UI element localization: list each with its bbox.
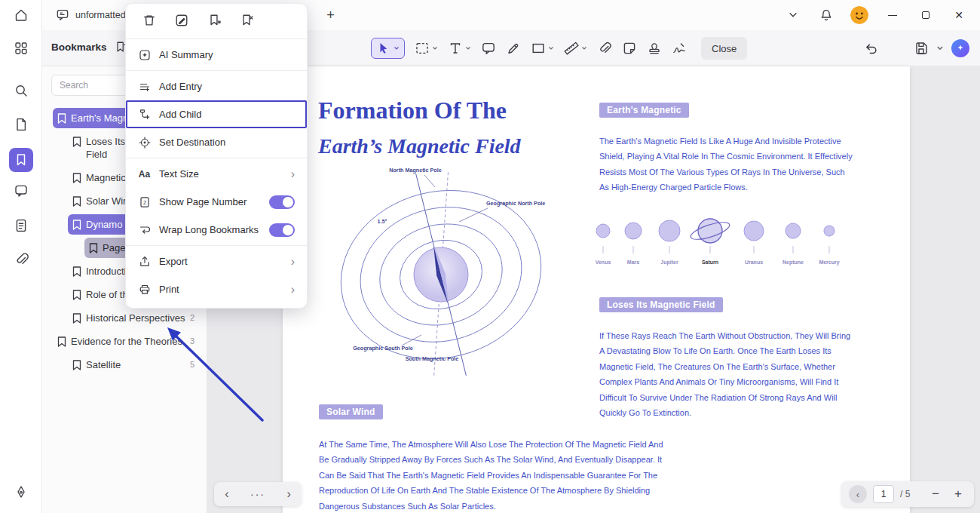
bookmark-item[interactable]: Evidence for the Theories 3 [53, 331, 199, 352]
sparkle-icon [956, 44, 965, 53]
signature-tool[interactable] [672, 41, 687, 56]
bookmark-icon [72, 196, 81, 207]
chevron-down-icon [465, 45, 471, 51]
set-destination-icon [138, 137, 151, 149]
planet-label: Venus [596, 260, 611, 265]
home-icon[interactable] [14, 8, 29, 23]
apps-grid-icon[interactable] [14, 41, 29, 56]
select-tool[interactable] [371, 38, 405, 59]
trash-icon [142, 14, 156, 27]
next-page-icon[interactable]: › [286, 488, 290, 500]
page-back-button[interactable]: ‹ [849, 485, 867, 503]
zoom-out-button[interactable]: − [927, 487, 944, 502]
bookmark-item[interactable]: Historical Perspectives 2 [68, 308, 199, 328]
menu-item-ai-summary[interactable]: AI Summary [126, 41, 307, 69]
paragraph-loses-field: If These Rays Reach The Earth Without Ob… [599, 328, 851, 420]
undo-icon[interactable] [864, 41, 879, 56]
chevron-down-icon [394, 45, 400, 51]
shape-tool[interactable] [531, 41, 554, 56]
tool-strip: Close [371, 30, 747, 66]
zoom-in-button[interactable]: + [950, 487, 966, 502]
more-pages-icon[interactable]: ··· [250, 488, 265, 500]
menu-divider [126, 38, 307, 39]
bookmark-icon [57, 113, 66, 124]
maximize-button[interactable] [917, 6, 935, 24]
chevron-down-icon [432, 45, 438, 51]
comment-tool[interactable] [481, 41, 496, 56]
delete-bookmark-button[interactable] [142, 14, 156, 27]
left-icon-rail [0, 0, 42, 513]
user-avatar[interactable] [850, 6, 868, 24]
bookmarks-panel-button[interactable] [9, 148, 33, 172]
bookmark-icon [72, 137, 81, 147]
diagram-label-north-magnetic: North Magnetic Pole [389, 167, 442, 174]
page-thumbnails-icon[interactable] [14, 117, 29, 132]
menu-item-text-size[interactable]: Aa Text Size › [126, 160, 307, 188]
show-page-number-toggle[interactable] [269, 195, 295, 209]
text-size-icon: Aa [138, 169, 151, 180]
summary-notes-icon[interactable] [14, 218, 29, 233]
remove-bookmark-button[interactable] [240, 14, 253, 27]
menu-item-export[interactable]: Export › [126, 247, 307, 275]
bookmark-icon [72, 360, 81, 370]
planet-label: Saturn [702, 260, 718, 265]
ai-summary-icon [138, 49, 151, 61]
menu-divider [126, 245, 307, 246]
menu-divider [126, 158, 307, 158]
saturn-sketch [689, 219, 731, 243]
chevron-down-icon [581, 45, 587, 51]
ai-assistant-button[interactable] [951, 39, 969, 57]
planet-label: Mercury [819, 260, 839, 266]
planet-label: Neptune [782, 260, 804, 266]
page-number-icon: 2 [138, 196, 151, 208]
section-badge-loses-field: Loses Its Magnetic Field [599, 297, 723, 312]
submenu-chevron-icon: › [291, 168, 295, 180]
bookmark-icon [72, 313, 81, 324]
pen-tool[interactable] [506, 41, 521, 56]
page-navigation-pill: ‹ ··· › [214, 482, 302, 506]
stamp-tool[interactable] [647, 41, 662, 56]
chevron-down-icon[interactable] [936, 45, 944, 52]
menu-item-wrap-long-bookmarks[interactable]: Wrap Long Bookmarks [126, 216, 307, 244]
move-bookmark-button[interactable] [207, 14, 221, 27]
text-tool[interactable] [448, 41, 471, 56]
menu-item-show-page-number[interactable]: 2 Show Page Number [126, 188, 307, 216]
new-tab-button[interactable]: + [326, 8, 335, 22]
comments-icon[interactable] [14, 183, 29, 198]
bookmark-icon [72, 173, 81, 183]
attachments-icon[interactable] [14, 251, 29, 266]
menu-item-print[interactable]: Print › [126, 275, 307, 303]
sticker-tool[interactable] [622, 41, 637, 56]
toolbar-right-controls [864, 30, 969, 66]
chevron-down-icon [548, 45, 554, 51]
pdf-page[interactable]: Formation Of The Earth’s Magnetic Field [283, 66, 910, 513]
document-heading-line2: Earth’s Magnetic Field [318, 134, 521, 158]
wrap-long-bookmarks-toggle[interactable] [269, 223, 295, 237]
wrap-icon [138, 224, 151, 236]
collapse-toolbar-chevron-icon[interactable] [784, 6, 802, 24]
editor-pen-icon[interactable] [14, 484, 29, 499]
minimize-button[interactable] [884, 6, 902, 24]
planets-diagram: Venus Mars Jupiter Saturn Uranus Neptune… [596, 208, 844, 272]
menu-item-set-destination[interactable]: Set Destination [126, 128, 307, 156]
attachment-tool[interactable] [597, 41, 612, 56]
previous-page-icon[interactable]: ‹ [225, 488, 228, 500]
measure-tool[interactable] [564, 41, 587, 56]
diagram-label-angle: 1.5° [378, 218, 387, 225]
search-icon[interactable] [14, 83, 29, 98]
menu-item-add-child[interactable]: Add Child [126, 100, 307, 128]
page-number-input[interactable] [873, 485, 894, 503]
menu-item-add-entry[interactable]: Add Entry [126, 72, 307, 100]
context-quick-actions [126, 4, 307, 37]
remove-bookmark-icon [240, 14, 253, 27]
bookmark-item[interactable]: Satellite 5 [68, 355, 199, 375]
planet-label: Mars [627, 260, 639, 265]
marquee-tool[interactable] [415, 41, 438, 56]
save-icon[interactable] [914, 41, 929, 56]
close-toolbar-button[interactable]: Close [701, 37, 747, 60]
close-window-button[interactable]: ✕ [950, 6, 968, 24]
rename-bookmark-button[interactable] [175, 14, 188, 27]
bookmark-icon [72, 266, 81, 277]
rename-icon [175, 14, 188, 27]
notification-bell-icon[interactable] [817, 6, 835, 24]
